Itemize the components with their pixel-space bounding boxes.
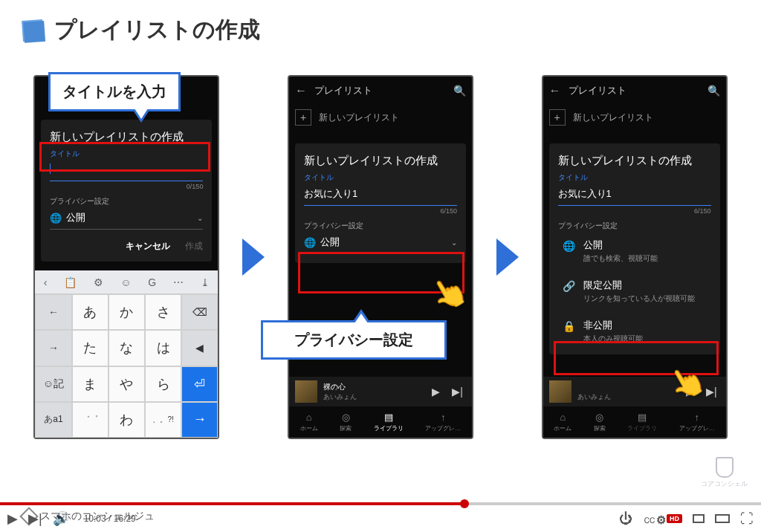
new-playlist-row[interactable]: + 新しいプレイリスト <box>289 105 472 130</box>
title-field-label: タイトル <box>304 172 457 183</box>
video-player-controls[interactable]: ▶ ▶| 🔊 10:03 / 16:29 ⏻ ㏄ HD ⛶ <box>0 502 761 532</box>
privacy-option-public[interactable]: 🌐 公開 誰でも検索、視聴可能 <box>558 231 711 271</box>
kb-key[interactable]: は <box>145 330 181 366</box>
kb-key[interactable]: か <box>109 294 145 330</box>
keyboard-toolbar[interactable]: ‹ 📋 ⚙ ☺ G ⋯ ⤓ <box>35 270 218 294</box>
kb-key[interactable]: ◀ <box>181 330 218 366</box>
kb-key-enter[interactable]: ⏎ <box>181 366 218 402</box>
kb-key-go[interactable]: → <box>181 402 218 438</box>
nav-home[interactable]: ⌂ホーム <box>554 412 571 432</box>
kb-key[interactable]: ら <box>145 366 181 402</box>
privacy-label: プライバシー設定 <box>558 221 711 231</box>
bottom-nav[interactable]: ⌂ホーム ◎探索 ▤ライブラリ ↑アップグレ… <box>289 406 472 438</box>
progress-bar[interactable] <box>0 502 761 505</box>
kb-key[interactable]: や <box>109 366 145 402</box>
search-icon[interactable]: 🔍 <box>453 85 466 97</box>
char-counter: 6/150 <box>558 207 711 215</box>
next-icon[interactable]: ▶| <box>452 386 463 398</box>
privacy-option-private[interactable]: 🔒 非公開 本人のみ視聴可能 <box>558 311 711 351</box>
screen-title: プレイリスト <box>569 84 707 97</box>
title-input[interactable]: お気に入り1 <box>304 184 457 206</box>
fullscreen-button[interactable]: ⛶ <box>740 511 754 527</box>
kb-tool[interactable]: ⚙ <box>94 276 103 288</box>
search-icon[interactable]: 🔍 <box>707 85 720 97</box>
kb-key[interactable]: → <box>35 330 71 366</box>
kb-tool[interactable]: G <box>148 276 156 288</box>
kb-tool[interactable]: ⤓ <box>201 276 210 288</box>
upgrade-icon: ↑ <box>441 412 446 423</box>
play-icon[interactable]: ▶ <box>432 386 440 398</box>
callout-title-input: タイトルを入力 <box>48 72 181 111</box>
title-input[interactable]: お気に入り1 <box>558 184 711 206</box>
title-field-label: タイトル <box>558 172 711 183</box>
char-counter: 6/150 <box>304 207 457 215</box>
option-title: 公開 <box>583 239 658 252</box>
new-playlist-row[interactable]: + 新しいプレイリスト <box>543 105 726 130</box>
phone-screen-1: タイトルを入力 新しいプレイリストの作成 タイトル 0/150 プライバシー設定… <box>33 75 219 439</box>
modal-heading: 新しいプレイリストの作成 <box>304 152 457 168</box>
keyboard-grid[interactable]: ← あ か さ ⌫ → た な は ◀ ☺記 ま や ら ⏎ あa1 ゛゜ わ … <box>35 294 218 438</box>
kb-tool[interactable]: ‹ <box>44 276 48 288</box>
title-input[interactable] <box>50 160 203 181</box>
arrow-right-icon <box>242 239 265 276</box>
nav-upgrade[interactable]: ↑アップグレ… <box>679 412 715 432</box>
kb-key[interactable]: 、。?! <box>145 402 181 438</box>
nav-explore[interactable]: ◎探索 <box>594 412 606 432</box>
bottom-nav[interactable]: ⌂ホーム ◎探索 ▤ライブラリ ↑アップグレ… <box>543 406 726 438</box>
theater-button[interactable] <box>715 511 730 527</box>
privacy-row[interactable]: 🌐 公開 ⌄ <box>50 207 203 230</box>
nav-label: 探索 <box>594 424 606 432</box>
kb-tool[interactable]: ⋯ <box>173 276 184 288</box>
screen-title: プレイリスト <box>314 84 453 97</box>
create-button[interactable]: 作成 <box>185 240 203 253</box>
back-icon[interactable]: ← <box>549 84 561 97</box>
kb-key[interactable]: わ <box>109 402 145 438</box>
nav-explore[interactable]: ◎探索 <box>340 412 352 432</box>
kb-tool[interactable]: ☺ <box>120 276 131 288</box>
option-desc: 本人のみ視聴可能 <box>583 334 643 344</box>
kb-key[interactable]: あ <box>72 294 109 330</box>
captions-button[interactable]: ㏄ <box>643 510 656 528</box>
new-playlist-label: 新しいプレイリスト <box>319 111 399 124</box>
track-info: 裸の心 あいみょん <box>323 382 423 402</box>
settings-hd-button[interactable]: HD <box>667 514 682 523</box>
controls-left: ▶ ▶| 🔊 10:03 / 16:29 <box>7 510 136 527</box>
mini-player[interactable]: 裸の心 あいみょん ▶ ▶| <box>289 377 472 406</box>
home-icon: ⌂ <box>306 412 312 423</box>
plus-icon: + <box>295 109 311 126</box>
modal-heading: 新しいプレイリストの作成 <box>558 152 711 168</box>
controls-right: ⏻ ㏄ HD ⛶ <box>619 510 754 528</box>
autoplay-toggle[interactable]: ⏻ <box>619 511 632 527</box>
back-icon[interactable]: ← <box>295 84 307 97</box>
time-current: 10:03 <box>84 513 106 524</box>
kb-key[interactable]: ゛゜ <box>72 402 109 438</box>
upgrade-icon: ↑ <box>695 412 700 423</box>
kb-key[interactable]: た <box>72 330 109 366</box>
privacy-option-unlisted[interactable]: 🔗 限定公開 リンクを知っている人が視聴可能 <box>558 271 711 311</box>
nav-library[interactable]: ▤ライブラリ <box>374 412 404 432</box>
kb-key[interactable]: さ <box>145 294 181 330</box>
cancel-button[interactable]: キャンセル <box>126 240 170 253</box>
kb-key[interactable]: ま <box>72 366 109 402</box>
nav-upgrade[interactable]: ↑アップグレ… <box>425 412 461 432</box>
kb-key-emoji[interactable]: ☺記 <box>35 366 71 402</box>
hand-pointer-icon: 👆 <box>424 269 474 318</box>
phone-top-bar: ← プレイリスト 🔍 <box>543 77 726 105</box>
play-button[interactable]: ▶ <box>7 510 18 527</box>
kb-key-switch[interactable]: あa1 <box>35 402 71 438</box>
kb-key[interactable]: な <box>109 330 145 366</box>
compass-icon: ◎ <box>342 412 350 423</box>
kb-key[interactable]: ← <box>35 294 71 330</box>
kb-tool[interactable]: 📋 <box>64 276 77 288</box>
kb-key-backspace[interactable]: ⌫ <box>181 294 218 330</box>
privacy-value: 公開 <box>66 211 197 224</box>
soft-keyboard[interactable]: ‹ 📋 ⚙ ☺ G ⋯ ⤓ ← あ か さ ⌫ → た な は ◀ ☺記 ま <box>35 270 218 438</box>
shield-icon <box>716 457 734 478</box>
next-button[interactable]: ▶| <box>28 510 42 527</box>
progress-thumb[interactable] <box>460 499 469 508</box>
nav-library[interactable]: ▤ライブラリ <box>627 412 657 432</box>
nav-home[interactable]: ⌂ホーム <box>300 412 318 432</box>
privacy-row[interactable]: 🌐 公開 ⌄ <box>304 231 457 254</box>
miniplayer-button[interactable] <box>693 511 705 527</box>
volume-button[interactable]: 🔊 <box>53 510 69 527</box>
